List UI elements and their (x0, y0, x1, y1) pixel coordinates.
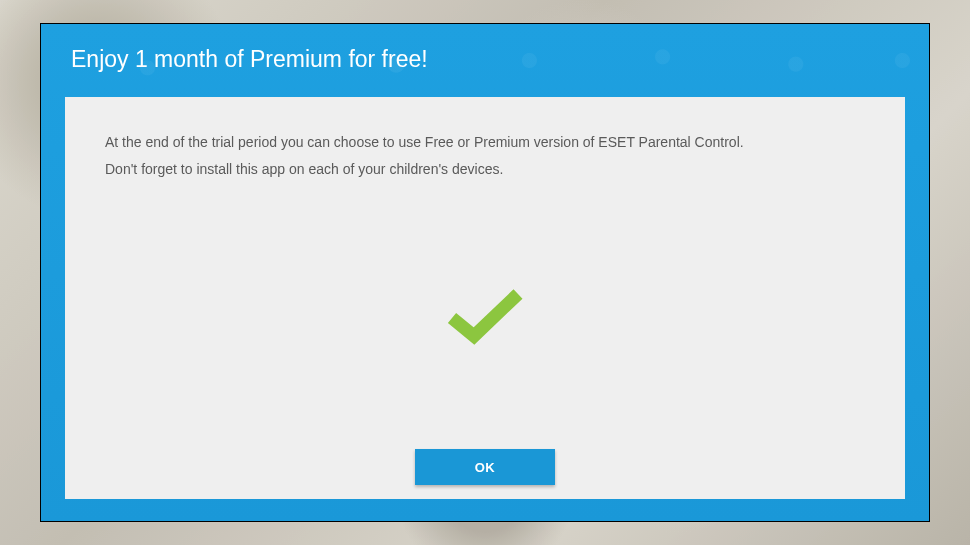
trial-description-line1: At the end of the trial period you can c… (105, 129, 865, 156)
premium-trial-dialog: Enjoy 1 month of Premium for free! At th… (40, 23, 930, 522)
trial-description-line2: Don't forget to install this app on each… (105, 156, 865, 183)
dialog-button-row: OK (105, 449, 865, 499)
dialog-footer-spacer (41, 499, 929, 521)
success-indicator-area (105, 182, 865, 449)
checkmark-icon (446, 286, 524, 346)
dialog-title: Enjoy 1 month of Premium for free! (71, 46, 899, 73)
dialog-body: At the end of the trial period you can c… (65, 97, 905, 499)
ok-button[interactable]: OK (415, 449, 555, 485)
dialog-header: Enjoy 1 month of Premium for free! (41, 24, 929, 97)
